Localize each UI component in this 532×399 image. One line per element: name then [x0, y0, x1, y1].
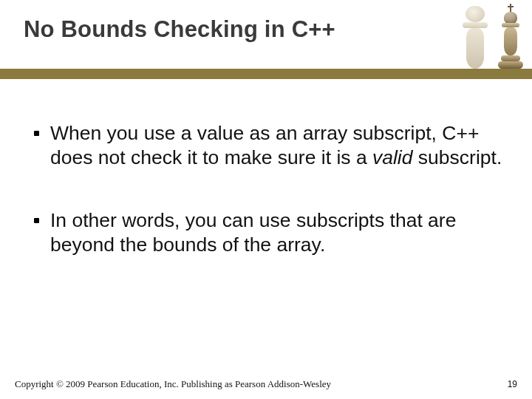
title-underline — [0, 69, 532, 79]
bullet-dot-icon — [34, 218, 39, 223]
page-number: 19 — [508, 379, 517, 389]
slide-footer: Copyright © 2009 Pearson Education, Inc.… — [15, 378, 517, 390]
copyright-text: Copyright © 2009 Pearson Education, Inc.… — [15, 378, 331, 390]
slide-content: When you use a value as an array subscri… — [0, 89, 532, 258]
bullet-text-emph: valid — [372, 146, 413, 168]
chess-queen-icon — [457, 0, 494, 69]
bullet-dot-icon — [34, 131, 39, 136]
bullet-text-pre: In other words, you can use subscripts t… — [50, 209, 456, 256]
bullet-item: When you use a value as an array subscri… — [34, 121, 507, 170]
slide-header: No Bounds Checking in C++ — [0, 0, 532, 89]
bullet-text-post: subscript. — [413, 146, 502, 168]
slide-title: No Bounds Checking in C++ — [24, 16, 335, 43]
chess-king-icon — [498, 4, 523, 69]
bullet-text: In other words, you can use subscripts t… — [50, 208, 507, 257]
bullet-text: When you use a value as an array subscri… — [50, 121, 507, 170]
chess-decor — [406, 0, 532, 69]
bullet-item: In other words, you can use subscripts t… — [34, 208, 507, 257]
